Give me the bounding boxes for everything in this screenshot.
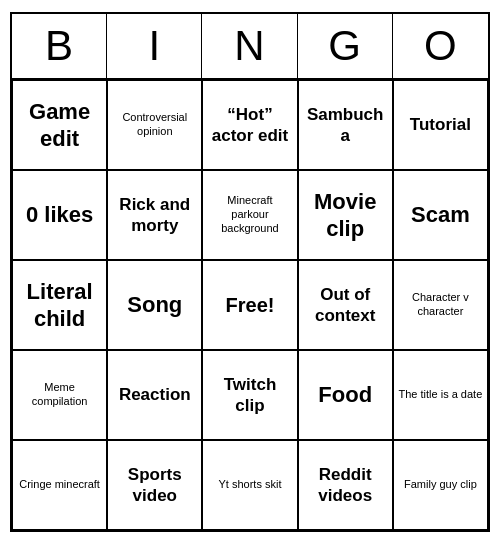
bingo-cell-2: “Hot” actor edit — [202, 80, 297, 170]
bingo-cell-23: Reddit videos — [298, 440, 393, 530]
bingo-cell-22: Yt shorts skit — [202, 440, 297, 530]
bingo-letter-n: N — [202, 14, 297, 78]
bingo-cell-24: Family guy clip — [393, 440, 488, 530]
bingo-cell-10: Literal child — [12, 260, 107, 350]
bingo-cell-0: Game edit — [12, 80, 107, 170]
bingo-letter-o: O — [393, 14, 488, 78]
bingo-cell-18: Food — [298, 350, 393, 440]
bingo-card: BINGO Game editControversial opinion“Hot… — [10, 12, 490, 532]
bingo-cell-8: Movie clip — [298, 170, 393, 260]
bingo-letter-i: I — [107, 14, 202, 78]
bingo-cell-13: Out of context — [298, 260, 393, 350]
bingo-letter-g: G — [298, 14, 393, 78]
bingo-cell-17: Twitch clip — [202, 350, 297, 440]
bingo-cell-1: Controversial opinion — [107, 80, 202, 170]
bingo-cell-3: Sambucha — [298, 80, 393, 170]
bingo-cell-9: Scam — [393, 170, 488, 260]
bingo-cell-19: The title is a date — [393, 350, 488, 440]
bingo-cell-15: Meme compilation — [12, 350, 107, 440]
bingo-cell-14: Character v character — [393, 260, 488, 350]
bingo-cell-5: 0 likes — [12, 170, 107, 260]
bingo-cell-16: Reaction — [107, 350, 202, 440]
bingo-header: BINGO — [12, 14, 488, 80]
bingo-cell-12: Free! — [202, 260, 297, 350]
bingo-grid: Game editControversial opinion“Hot” acto… — [12, 80, 488, 530]
bingo-cell-7: Minecraft parkour background — [202, 170, 297, 260]
bingo-cell-20: Cringe minecraft — [12, 440, 107, 530]
bingo-letter-b: B — [12, 14, 107, 78]
bingo-cell-4: Tutorial — [393, 80, 488, 170]
bingo-cell-11: Song — [107, 260, 202, 350]
bingo-cell-6: Rick and morty — [107, 170, 202, 260]
bingo-cell-21: Sports video — [107, 440, 202, 530]
